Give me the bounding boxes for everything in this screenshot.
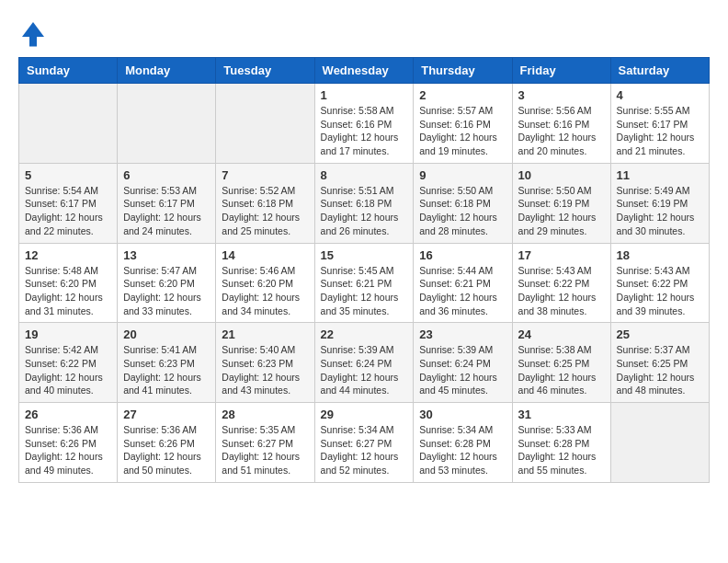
calendar-cell: [610, 403, 709, 483]
cell-info: Sunrise: 5:49 AM Sunset: 6:19 PM Dayligh…: [617, 184, 703, 238]
calendar-cell: 29Sunrise: 5:34 AM Sunset: 6:27 PM Dayli…: [314, 403, 414, 483]
cell-info: Sunrise: 5:47 AM Sunset: 6:20 PM Dayligh…: [123, 264, 210, 318]
calendar-cell: 8Sunrise: 5:51 AM Sunset: 6:18 PM Daylig…: [314, 163, 414, 243]
day-number: 24: [518, 327, 605, 341]
day-number: 15: [321, 248, 408, 262]
cell-info: Sunrise: 5:43 AM Sunset: 6:22 PM Dayligh…: [518, 264, 605, 318]
day-number: 5: [25, 168, 111, 182]
day-number: 30: [419, 408, 506, 421]
calendar-cell: 21Sunrise: 5:40 AM Sunset: 6:23 PM Dayli…: [216, 323, 314, 403]
calendar-cell: 6Sunrise: 5:53 AM Sunset: 6:17 PM Daylig…: [118, 163, 216, 243]
calendar-cell: 13Sunrise: 5:47 AM Sunset: 6:20 PM Dayli…: [118, 243, 216, 323]
calendar-cell: 16Sunrise: 5:44 AM Sunset: 6:21 PM Dayli…: [414, 243, 512, 323]
cell-info: Sunrise: 5:58 AM Sunset: 6:16 PM Dayligh…: [321, 104, 408, 158]
cell-info: Sunrise: 5:33 AM Sunset: 6:28 PM Dayligh…: [518, 423, 605, 477]
cell-info: Sunrise: 5:37 AM Sunset: 6:25 PM Dayligh…: [617, 343, 703, 397]
cell-info: Sunrise: 5:50 AM Sunset: 6:18 PM Dayligh…: [419, 184, 506, 238]
calendar-header-friday: Friday: [512, 58, 610, 84]
day-number: 27: [123, 408, 210, 421]
calendar-cell: 11Sunrise: 5:49 AM Sunset: 6:19 PM Dayli…: [610, 163, 709, 243]
calendar-cell: 26Sunrise: 5:36 AM Sunset: 6:26 PM Dayli…: [19, 403, 118, 483]
calendar-cell: 9Sunrise: 5:50 AM Sunset: 6:18 PM Daylig…: [414, 163, 512, 243]
calendar-header-sunday: Sunday: [19, 58, 118, 84]
calendar-cell: 18Sunrise: 5:43 AM Sunset: 6:22 PM Dayli…: [610, 243, 709, 323]
cell-info: Sunrise: 5:48 AM Sunset: 6:20 PM Dayligh…: [25, 264, 111, 318]
day-number: 3: [518, 88, 605, 102]
calendar-week-row: 19Sunrise: 5:42 AM Sunset: 6:22 PM Dayli…: [19, 323, 710, 403]
day-number: 29: [321, 408, 408, 421]
calendar-header-thursday: Thursday: [414, 58, 512, 84]
calendar-cell: 15Sunrise: 5:45 AM Sunset: 6:21 PM Dayli…: [314, 243, 414, 323]
calendar-cell: [118, 84, 216, 164]
day-number: 20: [123, 327, 210, 341]
day-number: 19: [25, 327, 111, 341]
day-number: 6: [123, 168, 210, 182]
calendar-header-wednesday: Wednesday: [314, 58, 414, 84]
cell-info: Sunrise: 5:52 AM Sunset: 6:18 PM Dayligh…: [222, 184, 308, 238]
calendar-cell: 1Sunrise: 5:58 AM Sunset: 6:16 PM Daylig…: [314, 84, 414, 164]
day-number: 17: [518, 248, 605, 262]
cell-info: Sunrise: 5:44 AM Sunset: 6:21 PM Dayligh…: [419, 264, 506, 318]
cell-info: Sunrise: 5:36 AM Sunset: 6:26 PM Dayligh…: [123, 423, 210, 477]
calendar-header-saturday: Saturday: [610, 58, 709, 84]
day-number: 13: [123, 248, 210, 262]
calendar-week-row: 26Sunrise: 5:36 AM Sunset: 6:26 PM Dayli…: [19, 403, 710, 483]
calendar-cell: 19Sunrise: 5:42 AM Sunset: 6:22 PM Dayli…: [19, 323, 118, 403]
calendar-cell: 10Sunrise: 5:50 AM Sunset: 6:19 PM Dayli…: [512, 163, 610, 243]
logo-icon: [18, 18, 48, 48]
day-number: 9: [419, 168, 506, 182]
cell-info: Sunrise: 5:54 AM Sunset: 6:17 PM Dayligh…: [25, 184, 111, 238]
day-number: 2: [419, 88, 506, 102]
calendar: SundayMondayTuesdayWednesdayThursdayFrid…: [18, 57, 710, 483]
day-number: 7: [222, 168, 308, 182]
calendar-cell: 25Sunrise: 5:37 AM Sunset: 6:25 PM Dayli…: [610, 323, 709, 403]
day-number: 11: [617, 168, 703, 182]
cell-info: Sunrise: 5:35 AM Sunset: 6:27 PM Dayligh…: [222, 423, 308, 477]
calendar-header-tuesday: Tuesday: [216, 58, 314, 84]
cell-info: Sunrise: 5:38 AM Sunset: 6:25 PM Dayligh…: [518, 343, 605, 397]
calendar-cell: 14Sunrise: 5:46 AM Sunset: 6:20 PM Dayli…: [216, 243, 314, 323]
day-number: 22: [321, 327, 408, 341]
day-number: 18: [617, 248, 703, 262]
cell-info: Sunrise: 5:56 AM Sunset: 6:16 PM Dayligh…: [518, 104, 605, 158]
calendar-cell: [216, 84, 314, 164]
cell-info: Sunrise: 5:53 AM Sunset: 6:17 PM Dayligh…: [123, 184, 210, 238]
calendar-cell: 30Sunrise: 5:34 AM Sunset: 6:28 PM Dayli…: [414, 403, 512, 483]
calendar-cell: 2Sunrise: 5:57 AM Sunset: 6:16 PM Daylig…: [414, 84, 512, 164]
cell-info: Sunrise: 5:40 AM Sunset: 6:23 PM Dayligh…: [222, 343, 308, 397]
day-number: 8: [321, 168, 408, 182]
day-number: 14: [222, 248, 308, 262]
calendar-cell: 27Sunrise: 5:36 AM Sunset: 6:26 PM Dayli…: [118, 403, 216, 483]
cell-info: Sunrise: 5:45 AM Sunset: 6:21 PM Dayligh…: [321, 264, 408, 318]
calendar-cell: 5Sunrise: 5:54 AM Sunset: 6:17 PM Daylig…: [19, 163, 118, 243]
day-number: 21: [222, 327, 308, 341]
cell-info: Sunrise: 5:46 AM Sunset: 6:20 PM Dayligh…: [222, 264, 308, 318]
day-number: 1: [321, 88, 408, 102]
calendar-cell: [19, 84, 118, 164]
cell-info: Sunrise: 5:39 AM Sunset: 6:24 PM Dayligh…: [419, 343, 506, 397]
cell-info: Sunrise: 5:41 AM Sunset: 6:23 PM Dayligh…: [123, 343, 210, 397]
day-number: 31: [518, 408, 605, 421]
day-number: 16: [419, 248, 506, 262]
day-number: 23: [419, 327, 506, 341]
header: [18, 18, 710, 48]
calendar-header-row: SundayMondayTuesdayWednesdayThursdayFrid…: [19, 58, 710, 84]
calendar-cell: 28Sunrise: 5:35 AM Sunset: 6:27 PM Dayli…: [216, 403, 314, 483]
calendar-week-row: 1Sunrise: 5:58 AM Sunset: 6:16 PM Daylig…: [19, 84, 710, 164]
cell-info: Sunrise: 5:36 AM Sunset: 6:26 PM Dayligh…: [25, 423, 111, 477]
cell-info: Sunrise: 5:43 AM Sunset: 6:22 PM Dayligh…: [617, 264, 703, 318]
calendar-cell: 12Sunrise: 5:48 AM Sunset: 6:20 PM Dayli…: [19, 243, 118, 323]
calendar-cell: 24Sunrise: 5:38 AM Sunset: 6:25 PM Dayli…: [512, 323, 610, 403]
logo: [18, 18, 51, 48]
day-number: 26: [25, 408, 111, 421]
day-number: 12: [25, 248, 111, 262]
svg-marker-0: [22, 22, 44, 46]
calendar-week-row: 12Sunrise: 5:48 AM Sunset: 6:20 PM Dayli…: [19, 243, 710, 323]
calendar-cell: 17Sunrise: 5:43 AM Sunset: 6:22 PM Dayli…: [512, 243, 610, 323]
day-number: 25: [617, 327, 703, 341]
cell-info: Sunrise: 5:57 AM Sunset: 6:16 PM Dayligh…: [419, 104, 506, 158]
cell-info: Sunrise: 5:50 AM Sunset: 6:19 PM Dayligh…: [518, 184, 605, 238]
calendar-cell: 23Sunrise: 5:39 AM Sunset: 6:24 PM Dayli…: [414, 323, 512, 403]
cell-info: Sunrise: 5:34 AM Sunset: 6:28 PM Dayligh…: [419, 423, 506, 477]
calendar-cell: 7Sunrise: 5:52 AM Sunset: 6:18 PM Daylig…: [216, 163, 314, 243]
